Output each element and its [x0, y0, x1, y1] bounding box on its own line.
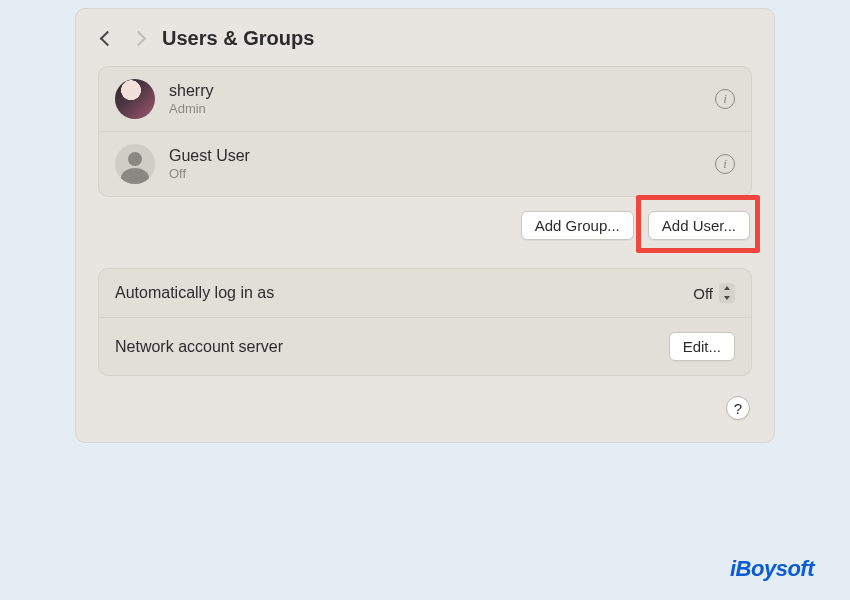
user-row[interactable]: Guest User Off i: [99, 132, 751, 196]
network-server-label: Network account server: [115, 338, 283, 356]
help-icon[interactable]: ?: [726, 396, 750, 420]
auto-login-label: Automatically log in as: [115, 284, 274, 302]
edit-button[interactable]: Edit...: [669, 332, 735, 361]
login-settings: Automatically log in as Off Network acco…: [98, 268, 752, 376]
help-row: ?: [98, 396, 752, 420]
user-info: sherry Admin: [169, 82, 213, 116]
user-role: Off: [169, 166, 250, 181]
forward-icon: [131, 31, 147, 47]
auto-login-value: Off: [693, 285, 713, 302]
settings-panel: Users & Groups sherry Admin i Guest User…: [75, 8, 775, 443]
users-list: sherry Admin i Guest User Off i: [98, 66, 752, 197]
avatar: [115, 144, 155, 184]
user-name: sherry: [169, 82, 213, 100]
nav-arrows: [102, 33, 144, 44]
user-info: Guest User Off: [169, 147, 250, 181]
network-server-row: Network account server Edit...: [99, 318, 751, 375]
page-title: Users & Groups: [162, 27, 314, 50]
chevron-updown-icon: [719, 283, 735, 303]
header: Users & Groups: [98, 27, 752, 50]
back-icon[interactable]: [100, 31, 116, 47]
auto-login-row: Automatically log in as Off: [99, 269, 751, 318]
watermark: iBoysoft: [730, 556, 814, 582]
user-row[interactable]: sherry Admin i: [99, 67, 751, 132]
avatar: [115, 79, 155, 119]
user-role: Admin: [169, 101, 213, 116]
info-icon[interactable]: i: [715, 89, 735, 109]
auto-login-dropdown[interactable]: Off: [693, 283, 735, 303]
user-name: Guest User: [169, 147, 250, 165]
info-icon[interactable]: i: [715, 154, 735, 174]
buttons-row: Add Group... Add User...: [100, 211, 750, 240]
add-group-button[interactable]: Add Group...: [521, 211, 634, 240]
add-user-button[interactable]: Add User...: [648, 211, 750, 240]
